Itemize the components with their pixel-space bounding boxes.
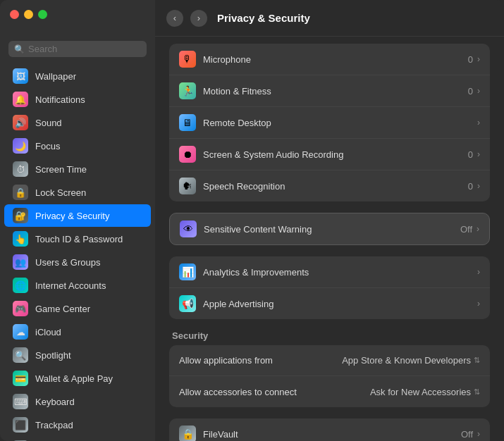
game-center-icon: 🎮	[13, 301, 28, 316]
allow-accessories-value-text: Ask for New Accessories	[370, 387, 471, 397]
sensitive-content-section[interactable]: 👁 Sensitive Content Warning Off ›	[169, 213, 490, 245]
wallpaper-icon: 🖼	[13, 68, 28, 84]
permission-row-motion-fitness[interactable]: 🏃 Motion & Fitness 0 ›	[169, 75, 490, 107]
sidebar-item-spotlight[interactable]: 🔍Spotlight	[4, 344, 151, 366]
filevault-chevron: ›	[477, 429, 480, 439]
sidebar-item-keyboard[interactable]: ⌨Keyboard	[4, 390, 151, 413]
motion-fitness-value: 0	[468, 86, 473, 97]
allow-accessories-stepper[interactable]: ⇅	[474, 387, 480, 397]
other-row-advertising[interactable]: 📢 Apple Advertising ›	[169, 288, 490, 319]
sidebar-item-trackpad[interactable]: ⬛Trackpad	[4, 414, 151, 436]
internet-accounts-icon: 🌐	[13, 278, 28, 293]
sensitive-content-row[interactable]: 👁 Sensitive Content Warning Off ›	[170, 213, 489, 244]
sidebar-item-label-notifications: Notifications	[35, 94, 85, 105]
sidebar-item-label-touch-id: Touch ID & Password	[35, 234, 123, 244]
sidebar-item-wallpaper[interactable]: 🖼Wallpaper	[4, 65, 151, 87]
keyboard-icon: ⌨	[13, 394, 28, 409]
sidebar: 🔍 🖼Wallpaper🔔Notifications🔊Sound🌙Focus⏱S…	[0, 0, 155, 441]
allow-accessories-row[interactable]: Allow accessories to connect Ask for New…	[169, 376, 490, 407]
microphone-icon: 🎙	[179, 51, 196, 68]
screen-audio-label: Screen & System Audio Recording	[203, 149, 468, 160]
sidebar-item-label-focus: Focus	[35, 141, 60, 151]
advertising-label: Apple Advertising	[203, 299, 473, 309]
focus-icon: 🌙	[13, 138, 28, 154]
maximize-button[interactable]	[38, 10, 47, 19]
other-row-analytics[interactable]: 📊 Analytics & Improvements ›	[169, 256, 490, 288]
speech-recognition-icon: 🗣	[179, 178, 196, 194]
sidebar-item-internet-accounts[interactable]: 🌐Internet Accounts	[4, 274, 151, 297]
search-box[interactable]: 🔍	[8, 41, 147, 57]
search-icon: 🔍	[14, 44, 25, 54]
sidebar-item-users-groups[interactable]: 👥Users & Groups	[4, 251, 151, 273]
security-icon-list: 🔒 FileVault Off › 🛡 Lockdown Mode Off ›	[169, 418, 490, 441]
sidebar-item-screen-time[interactable]: ⏱Screen Time	[4, 158, 151, 180]
sidebar-item-privacy-security[interactable]: 🔐Privacy & Security	[4, 204, 151, 227]
security-row-filevault[interactable]: 🔒 FileVault Off ›	[169, 418, 490, 441]
motion-fitness-label: Motion & Fitness	[203, 86, 468, 97]
advertising-chevron: ›	[477, 299, 480, 309]
toolbar: ‹ › Privacy & Security	[155, 0, 504, 37]
microphone-label: Microphone	[203, 54, 468, 65]
allow-apps-row[interactable]: Allow applications from App Store & Know…	[169, 345, 490, 376]
sidebar-item-wallet[interactable]: 💳Wallet & Apple Pay	[4, 367, 151, 390]
permission-row-speech-recognition[interactable]: 🗣 Speech Recognition 0 ›	[169, 170, 490, 201]
analytics-icon: 📊	[179, 263, 196, 280]
screen-time-icon: ⏱	[13, 161, 28, 177]
page-title: Privacy & Security	[217, 12, 310, 24]
microphone-chevron: ›	[477, 54, 480, 64]
sensitive-value: Off	[460, 224, 472, 235]
motion-fitness-icon: 🏃	[179, 82, 196, 99]
motion-fitness-chevron: ›	[477, 86, 480, 96]
allow-accessories-value: Ask for New Accessories ⇅	[370, 387, 480, 397]
sidebar-item-label-trackpad: Trackpad	[35, 420, 73, 430]
sensitive-label: Sensitive Content Warning	[204, 224, 460, 235]
sidebar-item-notifications[interactable]: 🔔Notifications	[4, 88, 151, 111]
icloud-icon: ☁	[13, 324, 28, 340]
screen-audio-icon: ⏺	[179, 146, 196, 163]
sidebar-item-label-wallpaper: Wallpaper	[35, 71, 76, 82]
sidebar-item-sound[interactable]: 🔊Sound	[4, 111, 151, 134]
speech-recognition-value: 0	[468, 181, 473, 192]
wallet-icon: 💳	[13, 371, 28, 386]
search-input[interactable]	[28, 44, 141, 54]
traffic-lights	[10, 10, 47, 19]
sidebar-item-icloud[interactable]: ☁iCloud	[4, 321, 151, 343]
allow-apps-value: App Store & Known Developers ⇅	[342, 355, 480, 366]
microphone-value: 0	[468, 54, 473, 65]
remote-desktop-label: Remote Desktop	[203, 118, 473, 128]
sidebar-item-label-wallet: Wallet & Apple Pay	[35, 373, 113, 384]
permission-row-microphone[interactable]: 🎙 Microphone 0 ›	[169, 44, 490, 75]
sidebar-item-label-users-groups: Users & Groups	[35, 257, 100, 268]
screen-audio-value: 0	[468, 149, 473, 160]
speech-recognition-chevron: ›	[477, 181, 480, 191]
sensitive-chevron: ›	[477, 224, 479, 234]
sidebar-item-label-game-center: Game Center	[35, 304, 90, 314]
users-groups-icon: 👥	[13, 254, 28, 270]
other-list: 📊 Analytics & Improvements › 📢 Apple Adv…	[169, 256, 490, 319]
sidebar-item-label-internet-accounts: Internet Accounts	[35, 280, 106, 291]
remote-desktop-icon: 🖥	[179, 114, 196, 131]
forward-button[interactable]: ›	[190, 10, 207, 27]
back-button[interactable]: ‹	[166, 10, 183, 27]
filevault-icon: 🔒	[179, 426, 196, 441]
allow-accessories-label: Allow accessories to connect	[179, 387, 370, 397]
sidebar-item-focus[interactable]: 🌙Focus	[4, 135, 151, 157]
analytics-label: Analytics & Improvements	[203, 267, 473, 278]
allow-apps-label: Allow applications from	[179, 355, 342, 366]
sidebar-item-label-icloud: iCloud	[35, 327, 61, 337]
sensitive-icon: 👁	[180, 220, 197, 237]
sidebar-item-lock-screen[interactable]: 🔒Lock Screen	[4, 181, 151, 204]
sidebar-item-touch-id[interactable]: 👆Touch ID & Password	[4, 228, 151, 250]
lock-screen-icon: 🔒	[13, 185, 28, 200]
sidebar-item-game-center[interactable]: 🎮Game Center	[4, 297, 151, 320]
permission-list: 🎙 Microphone 0 › 🏃 Motion & Fitness 0 › …	[169, 44, 490, 201]
close-button[interactable]	[10, 10, 19, 19]
sidebar-item-label-sound: Sound	[35, 118, 62, 128]
content-area: 🎙 Microphone 0 › 🏃 Motion & Fitness 0 › …	[155, 37, 504, 441]
sidebar-item-label-keyboard: Keyboard	[35, 397, 75, 407]
allow-apps-stepper[interactable]: ⇅	[474, 356, 480, 365]
minimize-button[interactable]	[24, 10, 33, 19]
permission-row-screen-audio[interactable]: ⏺ Screen & System Audio Recording 0 ›	[169, 139, 490, 170]
sidebar-item-printers[interactable]: 🖨Printers & Scanners	[4, 437, 151, 441]
permission-row-remote-desktop[interactable]: 🖥 Remote Desktop ›	[169, 107, 490, 139]
